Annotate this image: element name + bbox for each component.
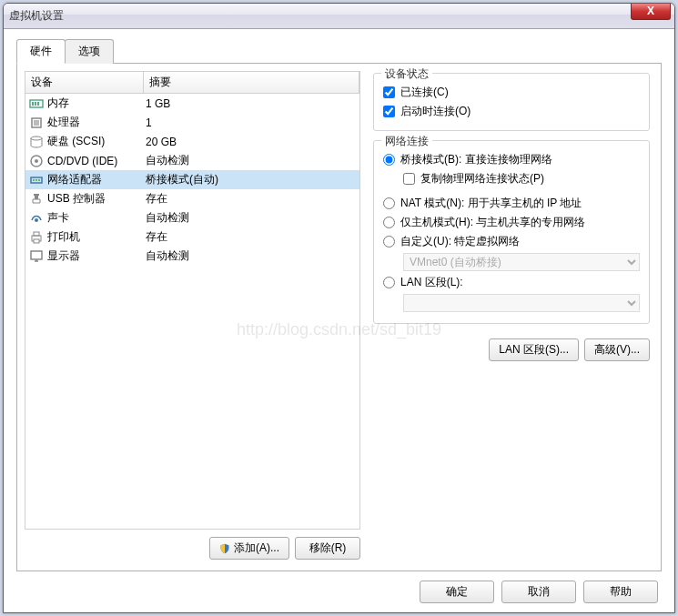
hostonly-radio[interactable]: 仅主机模式(H): 与主机共享的专用网络 <box>383 213 640 232</box>
svg-point-10 <box>33 179 35 181</box>
remove-button[interactable]: 移除(R) <box>295 537 360 560</box>
tab-body: 设备 摘要 内存1 GB处理器1硬盘 (SCSI)20 GBCD/DVD (ID… <box>16 64 662 571</box>
connect-on-power-label: 启动时连接(O) <box>400 104 471 119</box>
device-table: 设备 摘要 内存1 GB处理器1硬盘 (SCSI)20 GBCD/DVD (ID… <box>25 71 360 530</box>
right-pane: 设备状态 已连接(C) 启动时连接(O) 网络连接 桥接模式(B): 直接连接物… <box>369 71 653 563</box>
left-buttons: 添加(A)... 移除(R) <box>25 530 360 563</box>
device-summary: 桥接模式(自动) <box>146 171 356 188</box>
connected-input[interactable] <box>383 86 395 98</box>
custom-input[interactable] <box>383 236 395 247</box>
content-area: 硬件 选项 设备 摘要 内存1 GB处理器1硬盘 (SCSI)20 GBCD/D… <box>4 29 674 612</box>
device-summary: 自动检测 <box>146 247 356 265</box>
left-pane: 设备 摘要 内存1 GB处理器1硬盘 (SCSI)20 GBCD/DVD (ID… <box>25 71 360 563</box>
svg-rect-18 <box>31 251 42 259</box>
device-icon <box>29 154 44 168</box>
device-table-header: 设备 摘要 <box>25 72 359 94</box>
device-icon <box>29 211 44 226</box>
device-name: 内存 <box>47 95 146 112</box>
titlebar[interactable]: 虚拟机设置 X <box>4 4 674 29</box>
cancel-button[interactable]: 取消 <box>501 581 576 603</box>
device-summary: 存在 <box>146 228 356 246</box>
lan-label: LAN 区段(L): <box>400 275 463 290</box>
lan-select <box>403 294 640 312</box>
shield-icon <box>219 543 230 554</box>
network-title: 网络连接 <box>381 134 432 149</box>
device-icon <box>29 173 44 187</box>
col-device[interactable]: 设备 <box>25 72 144 93</box>
device-summary: 1 <box>146 116 356 130</box>
device-row[interactable]: 网络适配器桥接模式(自动) <box>25 170 359 189</box>
custom-radio[interactable]: 自定义(U): 特定虚拟网络 <box>383 232 640 251</box>
svg-rect-5 <box>34 120 39 126</box>
hostonly-input[interactable] <box>383 217 395 228</box>
device-summary: 存在 <box>146 190 356 207</box>
device-icon <box>29 230 44 245</box>
advanced-button[interactable]: 高级(V)... <box>584 338 650 361</box>
device-row[interactable]: 处理器1 <box>25 113 359 132</box>
bridged-radio[interactable]: 桥接模式(B): 直接连接物理网络 <box>383 150 640 169</box>
replicate-checkbox[interactable]: 复制物理网络连接状态(P) <box>403 169 640 188</box>
device-row[interactable]: 打印机存在 <box>25 227 359 247</box>
device-icon <box>29 96 44 111</box>
device-summary: 自动检测 <box>146 152 356 169</box>
device-name: 硬盘 (SCSI) <box>47 133 146 150</box>
network-group: 网络连接 桥接模式(B): 直接连接物理网络 复制物理网络连接状态(P) NAT… <box>373 140 650 324</box>
nat-label: NAT 模式(N): 用于共享主机的 IP 地址 <box>400 196 582 211</box>
connected-label: 已连接(C) <box>400 85 449 100</box>
device-row[interactable]: CD/DVD (IDE)自动检测 <box>25 151 359 170</box>
custom-select: VMnet0 (自动桥接) <box>403 253 640 271</box>
vm-settings-window: 虚拟机设置 X 硬件 选项 设备 摘要 内存1 GB处理器1硬盘 (SCSI)2… <box>3 3 675 613</box>
col-summary[interactable]: 摘要 <box>144 72 359 93</box>
replicate-label: 复制物理网络连接状态(P) <box>420 171 544 187</box>
device-name: 打印机 <box>47 228 146 246</box>
device-row[interactable]: 硬盘 (SCSI)20 GB <box>25 132 359 151</box>
tab-options[interactable]: 选项 <box>65 39 114 64</box>
device-icon <box>29 135 44 149</box>
device-icon <box>29 192 44 207</box>
svg-point-14 <box>35 218 38 222</box>
device-row[interactable]: 声卡自动检测 <box>25 208 359 227</box>
lan-input[interactable] <box>383 277 395 288</box>
device-name: 显示器 <box>47 247 146 265</box>
device-row[interactable]: 内存1 GB <box>25 94 359 113</box>
add-button[interactable]: 添加(A)... <box>209 537 289 560</box>
bridged-label: 桥接模式(B): 直接连接物理网络 <box>400 152 552 167</box>
device-icon <box>29 116 44 130</box>
lan-radio[interactable]: LAN 区段(L): <box>383 273 640 292</box>
device-row[interactable]: 显示器自动检测 <box>25 247 359 266</box>
tab-hardware[interactable]: 硬件 <box>16 39 66 64</box>
device-summary: 20 GB <box>146 135 356 149</box>
connected-checkbox[interactable]: 已连接(C) <box>383 83 640 102</box>
svg-rect-1 <box>32 102 34 106</box>
lan-segments-button[interactable]: LAN 区段(S)... <box>489 338 579 361</box>
connect-on-power-input[interactable] <box>383 106 395 117</box>
tab-strip: 硬件 选项 <box>16 38 662 64</box>
device-summary: 1 GB <box>146 96 356 111</box>
nat-radio[interactable]: NAT 模式(N): 用于共享主机的 IP 地址 <box>383 194 640 213</box>
ok-button[interactable]: 确定 <box>420 581 494 603</box>
device-name: 网络适配器 <box>47 171 146 188</box>
svg-point-12 <box>38 179 40 181</box>
svg-point-8 <box>35 159 38 163</box>
svg-point-6 <box>31 136 42 140</box>
custom-label: 自定义(U): 特定虚拟网络 <box>400 234 520 249</box>
nat-input[interactable] <box>383 197 395 209</box>
connect-on-power-checkbox[interactable]: 启动时连接(O) <box>383 102 640 121</box>
right-buttons: LAN 区段(S)... 高级(V)... <box>373 338 650 361</box>
svg-rect-16 <box>34 232 39 236</box>
svg-rect-17 <box>34 239 39 243</box>
window-title: 虚拟机设置 <box>9 8 64 24</box>
svg-point-11 <box>35 179 37 181</box>
svg-rect-3 <box>37 102 39 106</box>
help-button[interactable]: 帮助 <box>583 581 658 603</box>
svg-rect-2 <box>35 102 36 106</box>
device-name: 声卡 <box>47 209 146 227</box>
device-summary: 自动检测 <box>146 209 356 227</box>
bridged-input[interactable] <box>383 154 395 166</box>
close-button[interactable]: X <box>631 4 671 20</box>
replicate-input[interactable] <box>403 173 415 185</box>
device-name: USB 控制器 <box>47 190 146 207</box>
footer-buttons: 确定 取消 帮助 <box>16 571 662 603</box>
device-row[interactable]: USB 控制器存在 <box>25 189 359 208</box>
device-status-group: 设备状态 已连接(C) 启动时连接(O) <box>373 73 650 131</box>
